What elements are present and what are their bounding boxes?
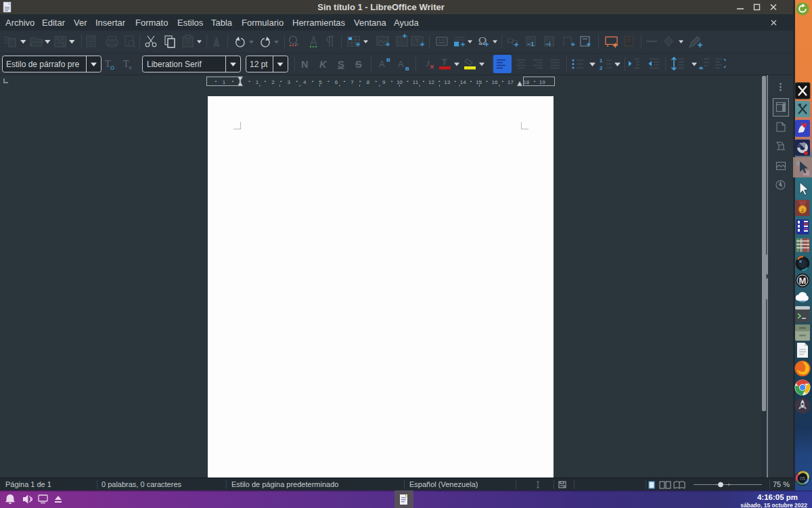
svg-text:N: N <box>301 59 308 70</box>
svg-text:9: 9 <box>382 79 386 85</box>
svg-text:Liberation Serif: Liberation Serif <box>147 60 202 69</box>
svg-text:2: 2 <box>600 65 603 71</box>
svg-text:−1: −1 <box>527 41 534 47</box>
svg-text:T: T <box>442 58 447 67</box>
svg-text:Estilo de párrafo pre: Estilo de párrafo pre <box>6 60 79 69</box>
svg-text:13: 13 <box>444 79 450 85</box>
svg-text:a: a <box>129 64 132 70</box>
svg-text:1: 1 <box>600 58 603 64</box>
svg-text:18: 18 <box>523 79 529 85</box>
svg-text:6: 6 <box>335 79 338 85</box>
svg-text:A: A <box>379 59 385 69</box>
svg-text:1: 1 <box>223 79 226 85</box>
svg-text:15: 15 <box>476 79 482 85</box>
svg-text:14: 14 <box>460 79 466 85</box>
svg-text:12: 12 <box>428 79 434 85</box>
svg-text:3: 3 <box>288 79 291 85</box>
svg-text:B: B <box>386 57 390 63</box>
svg-text:S: S <box>355 59 362 70</box>
svg-text:17: 17 <box>508 79 514 85</box>
svg-text:K: K <box>319 59 328 70</box>
svg-text:19: 19 <box>539 79 545 85</box>
svg-text:J: J <box>426 58 430 68</box>
svg-text:16: 16 <box>492 79 498 85</box>
svg-text:05: 05 <box>800 476 805 481</box>
svg-text:S: S <box>338 59 344 70</box>
svg-text:B: B <box>405 66 409 72</box>
svg-text:7: 7 <box>351 79 354 85</box>
svg-text:11: 11 <box>413 79 419 85</box>
svg-text:4: 4 <box>303 79 307 85</box>
svg-text:12 pt: 12 pt <box>250 60 268 69</box>
svg-text:T: T <box>105 59 111 69</box>
svg-text:Ω: Ω <box>478 35 487 47</box>
svg-text:5: 5 <box>319 79 322 85</box>
svg-text:M: M <box>799 276 807 286</box>
svg-text:A: A <box>398 59 404 69</box>
svg-text:2: 2 <box>271 79 275 85</box>
svg-text:−i: −i <box>545 41 551 47</box>
svg-text:8: 8 <box>367 79 370 85</box>
svg-text:2: 2 <box>801 207 805 213</box>
svg-text:10: 10 <box>397 79 403 85</box>
svg-text:1: 1 <box>256 79 259 85</box>
